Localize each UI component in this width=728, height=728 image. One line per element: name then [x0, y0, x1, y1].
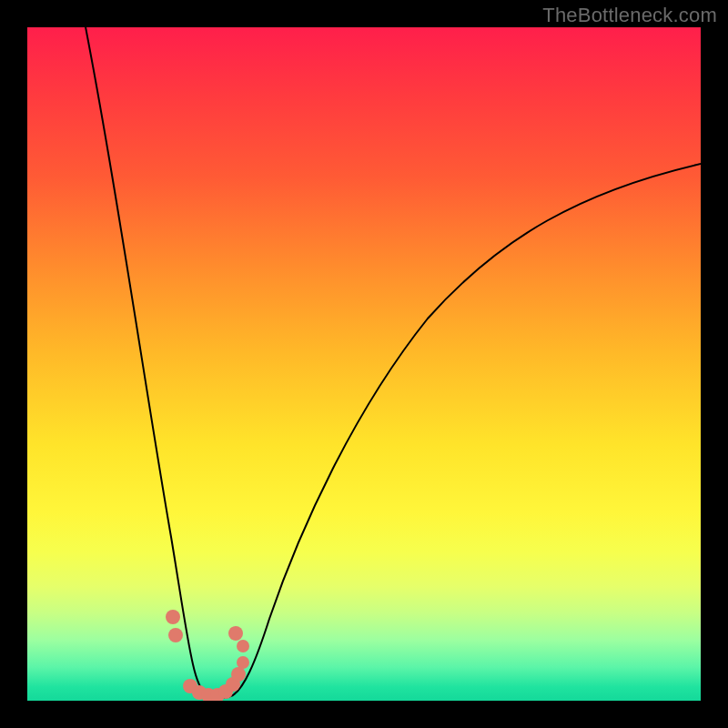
marker-dot [166, 610, 180, 624]
marker-dot [237, 640, 249, 652]
marker-dot [228, 626, 243, 641]
bottleneck-curve [75, 27, 701, 698]
marker-dot [231, 667, 246, 682]
plot-area [27, 27, 701, 701]
marker-group [166, 610, 249, 701]
marker-dot [237, 656, 249, 669]
watermark-text: TheBottleneck.com [542, 4, 717, 27]
curve-layer [27, 27, 701, 701]
chart-frame: TheBottleneck.com [0, 0, 728, 728]
marker-dot [168, 628, 183, 642]
